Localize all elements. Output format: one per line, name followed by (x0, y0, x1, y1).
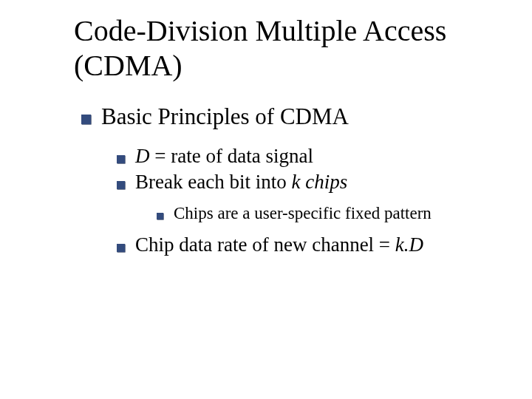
slide: Code-Division Multiple Access (CDMA) Bas… (0, 0, 532, 399)
square-bullet-icon (81, 115, 91, 124)
square-bullet-icon (157, 213, 163, 219)
bullet-level2: Chip data rate of new channel = k.D (117, 233, 488, 256)
slide-title: Code-Division Multiple Access (CDMA) (74, 13, 488, 83)
bullet-level2: Break each bit into k chips (117, 171, 488, 194)
italic-variable: k.D (395, 233, 423, 256)
bullet-level2-text: D = rate of data signal (135, 145, 488, 168)
bullet-level2-text: Chip data rate of new channel = k.D (135, 233, 488, 256)
square-bullet-icon (117, 181, 125, 189)
bullet-level2-text: Break each bit into k chips (135, 171, 488, 194)
square-bullet-icon (117, 244, 125, 252)
italic-variable: k chips (291, 171, 347, 193)
bullet-level1-text: Basic Principles of CDMA (101, 103, 488, 130)
bullet-level3-text: Chips are a user-specific fixed pattern (174, 204, 488, 223)
text-fragment: = rate of data signal (150, 145, 313, 167)
square-bullet-icon (117, 155, 125, 163)
text-fragment: Break each bit into (135, 171, 291, 193)
bullet-level3: Chips are a user-specific fixed pattern (157, 204, 488, 223)
text-fragment: Chip data rate of new channel = (135, 233, 395, 256)
bullet-level2: D = rate of data signal (117, 145, 488, 168)
italic-variable: D (135, 145, 150, 167)
bullet-level1: Basic Principles of CDMA (81, 103, 488, 130)
